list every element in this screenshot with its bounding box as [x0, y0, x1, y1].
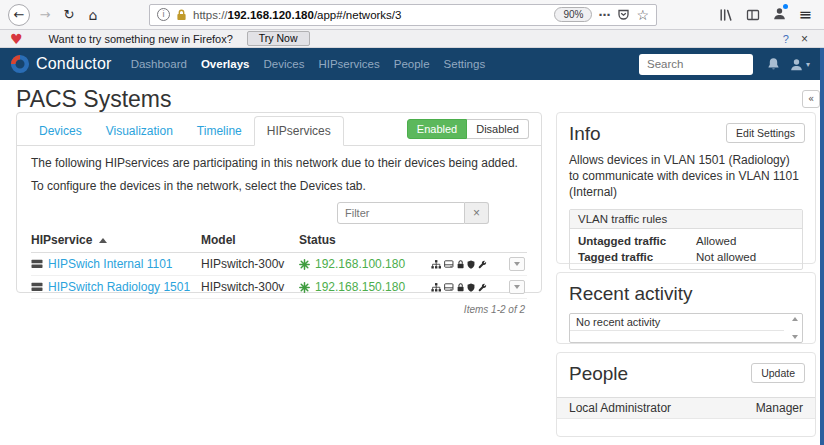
scroll-down-icon[interactable]	[792, 335, 798, 339]
page-info-icon[interactable]: i	[157, 8, 170, 21]
app-navbar: Conductor Dashboard Overlays Devices HIP…	[0, 48, 824, 80]
notifications-button[interactable]	[767, 57, 780, 71]
nav-item-dashboard[interactable]: Dashboard	[124, 58, 194, 70]
online-status-icon	[299, 282, 310, 293]
nav-item-overlays[interactable]: Overlays	[194, 58, 257, 70]
close-icon[interactable]: ×	[801, 32, 808, 46]
tab-devices[interactable]: Devices	[27, 117, 94, 145]
person-name: Local Administrator	[569, 401, 671, 415]
row-dropdown-button[interactable]	[509, 257, 525, 271]
help-icon[interactable]: ?	[783, 33, 789, 45]
url-bar[interactable]: i https://192.168.120.180/app#/networks/…	[149, 4, 657, 26]
network-description: Allows devices in VLAN 1501 (Radiology) …	[569, 152, 803, 201]
user-menu-button[interactable]: ▾	[790, 58, 810, 71]
tab-visualization[interactable]: Visualization	[94, 117, 185, 145]
tab-hipservices[interactable]: HIPservices	[254, 116, 344, 146]
person-row: Local Administrator Manager	[557, 397, 815, 419]
vlan-table-header: VLAN traffic rules	[570, 210, 802, 229]
hipservice-link[interactable]: HIPSwich Internal 1101	[48, 257, 173, 271]
forward-button[interactable]: →	[36, 7, 54, 22]
wrench-icon	[478, 282, 487, 293]
reload-button[interactable]: ↻	[59, 7, 79, 22]
filter-row: ×	[31, 202, 489, 224]
shield-icon	[467, 259, 475, 270]
back-icon: ←	[14, 7, 25, 22]
underlay-ip: 192.168.100.180	[315, 257, 405, 271]
try-now-button[interactable]: Try Now	[247, 31, 310, 46]
disabled-button[interactable]: Disabled	[467, 119, 529, 139]
enable-toggle-group: Enabled Disabled	[407, 119, 529, 139]
vlan-rule-label: Tagged traffic	[578, 251, 696, 263]
row-feature-icons	[431, 282, 487, 293]
bell-icon	[767, 57, 780, 71]
nav-item-devices[interactable]: Devices	[257, 58, 312, 70]
toolbar-right-cluster: ≡	[719, 5, 816, 24]
url-scheme: https://	[193, 9, 228, 21]
enabled-button[interactable]: Enabled	[407, 119, 467, 139]
nav-item-people[interactable]: People	[387, 58, 437, 70]
description-line-2: To configure the devices in the network,…	[31, 179, 527, 193]
online-status-icon	[299, 259, 310, 270]
edit-settings-button[interactable]: Edit Settings	[726, 123, 805, 143]
home-button[interactable]: ⌂	[83, 7, 103, 23]
hamburger-menu-icon[interactable]: ≡	[799, 5, 812, 24]
user-icon	[790, 58, 803, 71]
url-path: /app#/networks/3	[314, 9, 402, 21]
scroll-up-icon[interactable]	[792, 317, 798, 321]
column-hipservice[interactable]: HIPservice	[31, 233, 201, 247]
shield-icon	[467, 282, 475, 293]
sidebar-collapse-button[interactable]: «	[802, 90, 820, 108]
lock-warning-icon[interactable]	[176, 9, 187, 21]
update-people-button[interactable]: Update	[751, 363, 805, 383]
nav-item-hipservices[interactable]: HIPservices	[311, 58, 386, 70]
column-model[interactable]: Model	[201, 233, 299, 247]
network-tabs: Devices Visualization Timeline HIPservic…	[17, 113, 541, 146]
library-icon[interactable]	[719, 8, 733, 22]
status-cell: 192.168.100.180	[299, 257, 431, 271]
recent-activity-list[interactable]: No recent activity	[569, 313, 803, 343]
search-input[interactable]	[639, 54, 753, 75]
vlan-rule-value: Not allowed	[696, 251, 756, 263]
lock-icon	[457, 259, 464, 270]
page-title: PACS Systems	[16, 86, 172, 113]
conductor-logo-icon	[10, 54, 30, 74]
model-cell: HIPswitch-300v	[201, 257, 299, 271]
nav-item-settings[interactable]: Settings	[437, 58, 493, 70]
home-icon: ⌂	[89, 7, 98, 23]
wrench-icon	[478, 259, 487, 270]
hipservices-body: The following HIPservices are participat…	[17, 146, 541, 315]
account-notification-dot	[783, 4, 788, 9]
pocket-icon[interactable]	[617, 8, 630, 21]
account-button[interactable]	[773, 6, 786, 24]
chevron-down-icon	[514, 285, 520, 289]
empty-activity-message: No recent activity	[570, 314, 784, 331]
status-cell: 192.168.150.180	[299, 280, 431, 294]
items-summary: Items 1-2 of 2	[33, 304, 525, 315]
drive-icon	[444, 259, 454, 269]
vlan-rule-row: Untagged traffic Allowed	[570, 229, 802, 249]
lock-icon	[457, 282, 464, 293]
filter-input[interactable]	[337, 202, 465, 224]
filter-clear-button[interactable]: ×	[465, 202, 489, 224]
page-actions-icon[interactable]: ⋯	[598, 8, 611, 22]
chevron-down-icon	[514, 262, 520, 266]
brand-name: Conductor	[36, 55, 112, 73]
sidebar-toggle-icon[interactable]	[746, 8, 760, 22]
recent-activity-panel: Recent activity No recent activity	[556, 272, 816, 344]
back-button[interactable]: ←	[8, 4, 30, 26]
tab-timeline[interactable]: Timeline	[185, 117, 254, 145]
zoom-level-badge[interactable]: 90%	[554, 7, 592, 22]
forward-icon: →	[40, 7, 51, 22]
listbox-scrollbar	[792, 317, 798, 339]
row-dropdown-button[interactable]	[509, 280, 525, 294]
description-line-1: The following HIPservices are participat…	[31, 156, 527, 170]
bookmark-star-icon[interactable]: ☆	[636, 7, 649, 23]
hipservice-link[interactable]: HIPSwitch Radiology 1501	[48, 280, 190, 294]
notification-bar: ♥ Want to try something new in Firefox? …	[0, 30, 824, 48]
brand-logo[interactable]: Conductor	[10, 54, 112, 74]
column-status[interactable]: Status	[299, 233, 431, 247]
chevron-down-icon: ▾	[806, 60, 810, 69]
drive-icon	[444, 282, 454, 292]
vlan-rule-label: Untagged traffic	[578, 235, 696, 247]
table-row: HIPSwich Internal 1101 HIPswitch-300v 19…	[31, 253, 527, 276]
